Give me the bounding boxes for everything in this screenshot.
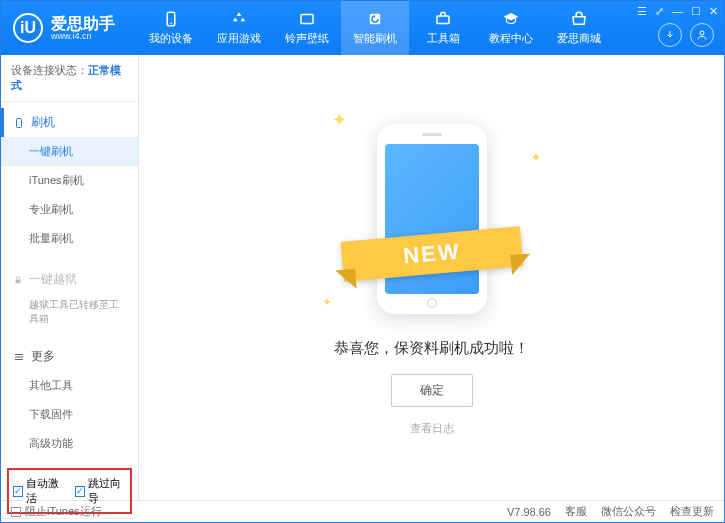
- close-icon[interactable]: ✕: [709, 5, 718, 18]
- star-icon: ✦: [332, 109, 347, 131]
- tab-label: 应用游戏: [217, 31, 261, 46]
- download-button[interactable]: [658, 23, 682, 47]
- menu-icon[interactable]: ☰: [637, 5, 647, 18]
- new-banner: NEW: [340, 226, 523, 282]
- tab-toolbox[interactable]: 工具箱: [409, 1, 477, 55]
- tab-label: 智能刷机: [353, 31, 397, 46]
- app-title: 爱思助手: [51, 16, 115, 32]
- logo-area: iU 爱思助手 www.i4.cn: [1, 13, 127, 43]
- tab-flash[interactable]: 智能刷机: [341, 1, 409, 55]
- tab-label: 教程中心: [489, 31, 533, 46]
- window-controls: ☰ ⤢ — ☐ ✕: [637, 5, 718, 18]
- minimize-icon[interactable]: —: [672, 5, 683, 18]
- tab-label: 工具箱: [427, 31, 460, 46]
- phone-icon: [162, 10, 180, 28]
- svg-rect-7: [16, 279, 21, 283]
- star-icon: ✦: [322, 295, 332, 309]
- sidebar-more-header[interactable]: 更多: [1, 342, 138, 371]
- sidebar-item-oneclick-flash[interactable]: 一键刷机: [1, 137, 138, 166]
- tab-ringtone[interactable]: 铃声壁纸: [273, 1, 341, 55]
- wallpaper-icon: [298, 10, 316, 28]
- tab-label: 铃声壁纸: [285, 31, 329, 46]
- tab-apps[interactable]: 应用游戏: [205, 1, 273, 55]
- svg-rect-6: [17, 118, 22, 127]
- tab-store[interactable]: 爱思商城: [545, 1, 613, 55]
- connection-status: 设备连接状态：正常模式: [1, 55, 138, 102]
- service-link[interactable]: 客服: [565, 504, 587, 519]
- sidebar-item-advanced[interactable]: 高级功能: [1, 429, 138, 458]
- checkbox-block-itunes[interactable]: [11, 507, 21, 517]
- success-message: 恭喜您，保资料刷机成功啦！: [334, 339, 529, 358]
- sidebar-item-itunes-flash[interactable]: iTunes刷机: [1, 166, 138, 195]
- apps-icon: [230, 10, 248, 28]
- sidebar-item-download-fw[interactable]: 下载固件: [1, 400, 138, 429]
- tab-tutorial[interactable]: 教程中心: [477, 1, 545, 55]
- view-log-link[interactable]: 查看日志: [410, 421, 454, 436]
- version-label: V7.98.66: [507, 506, 551, 518]
- phone-icon: [13, 117, 25, 129]
- sidebar-flash-header[interactable]: 刷机: [1, 108, 138, 137]
- app-url: www.i4.cn: [51, 32, 115, 41]
- tab-label: 爱思商城: [557, 31, 601, 46]
- lock-icon: [13, 275, 23, 285]
- checkbox-auto-activate[interactable]: ✓ 自动激活: [13, 476, 65, 506]
- block-itunes-label: 阻止iTunes运行: [25, 504, 102, 519]
- checkbox-skip-guide[interactable]: ✓ 跳过向导: [75, 476, 127, 506]
- update-link[interactable]: 检查更新: [670, 504, 714, 519]
- sidebar-item-pro-flash[interactable]: 专业刷机: [1, 195, 138, 224]
- nav-tabs: 我的设备 应用游戏 铃声壁纸 智能刷机 工具箱 教程中心 爱思商城: [137, 1, 613, 55]
- toolbox-icon: [434, 10, 452, 28]
- sidebar: 设备连接状态：正常模式 刷机 一键刷机 iTunes刷机 专业刷机 批量刷机 一…: [1, 55, 139, 500]
- svg-rect-2: [301, 15, 313, 24]
- user-button[interactable]: [690, 23, 714, 47]
- jailbreak-note: 越狱工具已转移至工具箱: [1, 294, 138, 330]
- refresh-icon: [366, 10, 384, 28]
- phone-illustration: ✦ ✦ ✦ NEW: [362, 119, 502, 319]
- star-icon: ✦: [530, 149, 542, 165]
- header-right-buttons: [658, 23, 714, 47]
- pin-icon[interactable]: ⤢: [655, 5, 664, 18]
- sidebar-item-other-tools[interactable]: 其他工具: [1, 371, 138, 400]
- tab-label: 我的设备: [149, 31, 193, 46]
- maximize-icon[interactable]: ☐: [691, 5, 701, 18]
- app-header: iU 爱思助手 www.i4.cn 我的设备 应用游戏 铃声壁纸 智能刷机 工具…: [1, 1, 724, 55]
- wechat-link[interactable]: 微信公众号: [601, 504, 656, 519]
- ok-button[interactable]: 确定: [391, 374, 473, 407]
- svg-rect-4: [437, 16, 449, 24]
- checkmark-icon: ✓: [75, 486, 85, 497]
- list-icon: [13, 351, 25, 363]
- graduation-icon: [502, 10, 520, 28]
- store-icon: [570, 10, 588, 28]
- tab-my-device[interactable]: 我的设备: [137, 1, 205, 55]
- main-content: ✦ ✦ ✦ NEW 恭喜您，保资料刷机成功啦！ 确定 查看日志: [139, 55, 724, 500]
- logo-icon: iU: [13, 13, 43, 43]
- checkmark-icon: ✓: [13, 486, 23, 497]
- sidebar-item-batch-flash[interactable]: 批量刷机: [1, 224, 138, 253]
- svg-point-5: [700, 31, 704, 35]
- sidebar-jailbreak-header: 一键越狱: [1, 265, 138, 294]
